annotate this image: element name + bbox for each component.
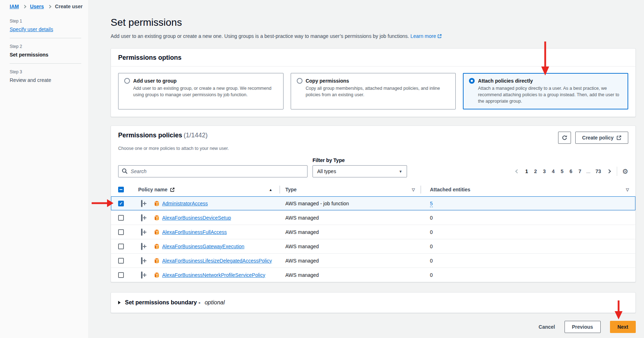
check-icon: ✓ bbox=[119, 201, 123, 206]
table-row: AlexaForBusinessLifesizeDelegatedAccessP… bbox=[111, 253, 635, 268]
permissions-options-title: Permissions options bbox=[118, 54, 628, 62]
search-input[interactable] bbox=[118, 165, 308, 177]
learn-more-label: Learn more bbox=[411, 33, 436, 39]
page-number[interactable]: 73 bbox=[594, 168, 603, 175]
policies-description: Choose one or more policies to attach to… bbox=[111, 146, 635, 151]
chevron-down-icon: ▼ bbox=[399, 170, 402, 173]
filter-caret-icon[interactable]: ▽ bbox=[626, 187, 636, 192]
breadcrumb-current: Create user bbox=[55, 4, 83, 9]
step-divider bbox=[10, 38, 81, 38]
row-checkbox[interactable] bbox=[118, 229, 124, 235]
row-checkbox[interactable]: ✓ bbox=[118, 201, 124, 206]
wizard-steps: Step 1 Specify user details Step 2 Set p… bbox=[10, 19, 81, 89]
expand-row-button[interactable] bbox=[141, 271, 142, 279]
page-number[interactable]: 7 bbox=[577, 168, 583, 175]
radio-unselected-icon[interactable] bbox=[297, 78, 302, 84]
step-1-link[interactable]: Specify user details bbox=[10, 26, 81, 32]
permissions-options-header: Permissions options bbox=[111, 49, 635, 66]
policy-name-link[interactable]: AlexaForBusinessFullAccess bbox=[162, 229, 227, 235]
type-filter-value: All types bbox=[317, 168, 336, 174]
option-tile-attach-policies-directly[interactable]: Attach policies directly Attach a manage… bbox=[463, 73, 628, 109]
breadcrumb-link-users[interactable]: Users bbox=[30, 4, 44, 9]
cancel-button[interactable]: Cancel bbox=[539, 324, 555, 330]
chevron-right-icon bbox=[48, 5, 51, 8]
expand-row-button[interactable] bbox=[141, 229, 142, 236]
page-description-text: Add user to an existing group or create … bbox=[111, 33, 409, 39]
pagination: 1 2 3 4 5 6 7 ... 73 bbox=[516, 168, 610, 175]
managed-policy-icon bbox=[154, 258, 160, 264]
policy-name-link[interactable]: AlexaForBusinessDeviceSetup bbox=[162, 215, 231, 221]
page-title: Set permissions bbox=[111, 16, 636, 29]
chevron-right-icon bbox=[23, 5, 26, 8]
attached-entities-count: 0 bbox=[421, 272, 636, 278]
step-2-label: Step 2 bbox=[10, 44, 81, 49]
option-description: Copy all group memberships, attached man… bbox=[306, 85, 450, 98]
policy-name-link[interactable]: AlexaForBusinessLifesizeDelegatedAccessP… bbox=[162, 258, 272, 264]
column-header-attached-entities[interactable]: Attached entities ▽ bbox=[421, 183, 636, 196]
attached-entities-header-label: Attached entities bbox=[430, 187, 470, 192]
search-icon bbox=[122, 168, 128, 174]
policy-name-link[interactable]: AdministratorAccess bbox=[162, 201, 208, 206]
breadcrumb-link-iam[interactable]: IAM bbox=[10, 4, 19, 9]
refresh-icon bbox=[562, 135, 567, 141]
expand-row-button[interactable] bbox=[141, 243, 142, 250]
page-number[interactable]: 6 bbox=[568, 168, 574, 175]
step-1-label: Step 1 bbox=[10, 19, 81, 24]
radio-selected-icon[interactable] bbox=[469, 78, 475, 84]
policy-name-header-label: Policy name bbox=[138, 187, 168, 192]
attached-entities-count: 0 bbox=[421, 215, 636, 221]
filter-caret-icon[interactable]: ▽ bbox=[412, 187, 421, 192]
gear-icon[interactable]: ⚙ bbox=[622, 168, 628, 175]
page-number[interactable]: 4 bbox=[550, 168, 557, 175]
previous-button[interactable]: Previous bbox=[565, 321, 601, 333]
column-header-type[interactable]: Type ▽ bbox=[280, 183, 421, 196]
policy-name-link[interactable]: AlexaForBusinessNetworkProfileServicePol… bbox=[162, 272, 265, 278]
boundary-optional-label: optional bbox=[205, 299, 225, 306]
permissions-boundary-section[interactable]: Set permissions boundary - optional bbox=[111, 292, 636, 313]
row-checkbox[interactable] bbox=[118, 258, 124, 264]
page-number[interactable]: 1 bbox=[523, 168, 530, 175]
expand-row-button[interactable] bbox=[141, 214, 142, 221]
option-description: Add user to an existing group, or create… bbox=[133, 85, 277, 98]
policy-type: AWS managed bbox=[280, 258, 421, 264]
policy-type: AWS managed bbox=[280, 215, 421, 221]
previous-page-icon[interactable] bbox=[515, 169, 519, 173]
policy-type: AWS managed - job function bbox=[280, 201, 421, 206]
policy-name-link[interactable]: AlexaForBusinessGatewayExecution bbox=[162, 244, 244, 249]
radio-unselected-icon[interactable] bbox=[124, 78, 130, 84]
permissions-policies-title: Permissions policies bbox=[118, 132, 182, 139]
option-tile-add-user-to-group[interactable]: Add user to group Add user to an existin… bbox=[118, 73, 284, 109]
external-link-icon bbox=[616, 135, 621, 140]
external-link-icon bbox=[170, 187, 175, 192]
refresh-button[interactable] bbox=[558, 132, 571, 144]
page-number[interactable]: 3 bbox=[541, 168, 548, 175]
sort-ascending-icon[interactable]: ▲ bbox=[269, 188, 272, 192]
next-page-icon[interactable] bbox=[607, 169, 611, 173]
learn-more-link[interactable]: Learn more bbox=[411, 33, 442, 39]
create-policy-button[interactable]: Create policy bbox=[575, 132, 628, 144]
table-row: AlexaForBusinessGatewayExecution AWS man… bbox=[111, 239, 635, 253]
expand-row-button[interactable] bbox=[141, 200, 142, 207]
breadcrumb: IAM Users Create user bbox=[10, 4, 83, 9]
step-divider bbox=[10, 63, 81, 64]
column-header-policy-name[interactable]: Policy name ▲ bbox=[127, 187, 280, 192]
main-content: Set permissions Add user to an existing … bbox=[111, 16, 636, 333]
row-checkbox[interactable] bbox=[118, 215, 124, 221]
page-number[interactable]: 5 bbox=[559, 168, 565, 175]
step-3-label: Step 3 bbox=[10, 69, 81, 74]
policies-count: (1/1442) bbox=[184, 132, 208, 139]
page-number[interactable]: 2 bbox=[532, 168, 539, 175]
managed-policy-icon bbox=[154, 215, 160, 221]
row-checkbox[interactable] bbox=[118, 244, 124, 249]
expand-caret-icon bbox=[118, 301, 121, 304]
attached-entities-count: 0 bbox=[421, 244, 636, 249]
option-tile-copy-permissions[interactable]: Copy permissions Copy all group membersh… bbox=[291, 73, 456, 109]
next-button[interactable]: Next bbox=[610, 321, 636, 333]
create-policy-label: Create policy bbox=[582, 135, 614, 141]
expand-row-button[interactable] bbox=[141, 257, 142, 264]
attached-entities-count[interactable]: 5 bbox=[430, 201, 433, 207]
select-all-checkbox[interactable] bbox=[118, 187, 124, 192]
row-checkbox[interactable] bbox=[118, 272, 124, 278]
type-filter-select[interactable]: All types ▼ bbox=[313, 165, 407, 177]
managed-policy-icon bbox=[154, 229, 160, 235]
